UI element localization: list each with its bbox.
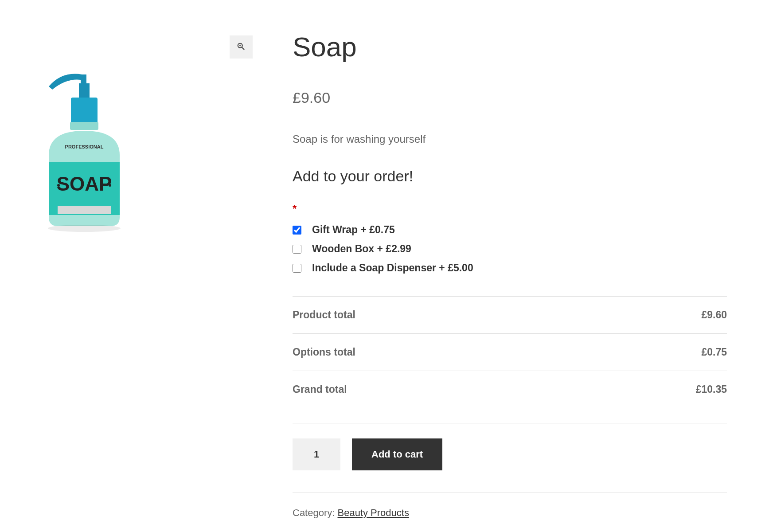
addon-label[interactable]: Wooden Box + £2.99 — [312, 243, 411, 255]
add-to-cart-button[interactable]: Add to cart — [352, 438, 442, 470]
category-link[interactable]: Beauty Products — [338, 507, 409, 518]
product-description: Soap is for washing yourself — [293, 133, 727, 145]
category-label: Category: — [293, 507, 338, 518]
svg-text:PROFESSIONAL: PROFESSIONAL — [65, 144, 104, 149]
addon-option-wooden-box: Wooden Box + £2.99 — [293, 243, 727, 255]
product-total-label: Product total — [293, 309, 355, 321]
product-price: £9.60 — [293, 89, 727, 106]
product-total-row: Product total £9.60 — [293, 297, 727, 334]
quantity-input[interactable] — [293, 438, 340, 470]
svg-point-6 — [57, 184, 60, 187]
svg-text:SOAP: SOAP — [57, 173, 112, 195]
addon-options: Gift Wrap + £0.75 Wooden Box + £2.99 Inc… — [293, 224, 727, 274]
grand-total-row: Grand total £10.35 — [293, 371, 727, 408]
svg-point-9 — [48, 225, 121, 232]
required-indicator: * — [293, 203, 727, 215]
grand-total-value: £10.35 — [696, 383, 727, 395]
grand-total-label: Grand total — [293, 383, 347, 395]
zoom-in-icon — [236, 42, 246, 53]
options-total-label: Options total — [293, 346, 355, 358]
addon-label[interactable]: Gift Wrap + £0.75 — [312, 224, 395, 236]
options-total-value: £0.75 — [701, 346, 727, 358]
totals-section: Product total £9.60 Options total £0.75 … — [293, 296, 727, 408]
product-details: Soap £9.60 Soap is for washing yourself … — [293, 22, 753, 519]
checkbox-soap-dispenser[interactable] — [293, 264, 301, 273]
checkbox-gift-wrap[interactable] — [293, 226, 301, 235]
addon-option-gift-wrap: Gift Wrap + £0.75 — [293, 224, 727, 236]
product-total-value: £9.60 — [701, 309, 727, 321]
svg-rect-1 — [71, 98, 98, 124]
checkbox-wooden-box[interactable] — [293, 245, 301, 254]
product-image[interactable]: PROFESSIONAL SOAP — [27, 62, 151, 241]
zoom-button[interactable] — [230, 35, 253, 59]
svg-point-7 — [109, 184, 111, 187]
svg-rect-8 — [58, 206, 111, 214]
options-total-row: Options total £0.75 — [293, 334, 727, 371]
svg-rect-0 — [79, 83, 90, 99]
category-row: Category: Beauty Products — [293, 493, 727, 519]
product-image-column: PROFESSIONAL SOAP — [18, 22, 257, 519]
addon-option-soap-dispenser: Include a Soap Dispenser + £5.00 — [293, 262, 727, 274]
cart-actions: Add to cart — [293, 423, 727, 470]
addon-heading: Add to your order! — [293, 168, 727, 185]
addon-label[interactable]: Include a Soap Dispenser + £5.00 — [312, 262, 473, 274]
product-container: PROFESSIONAL SOAP Soap £9.60 Soap is for… — [18, 22, 753, 519]
svg-rect-2 — [70, 122, 98, 130]
product-title: Soap — [293, 31, 727, 63]
